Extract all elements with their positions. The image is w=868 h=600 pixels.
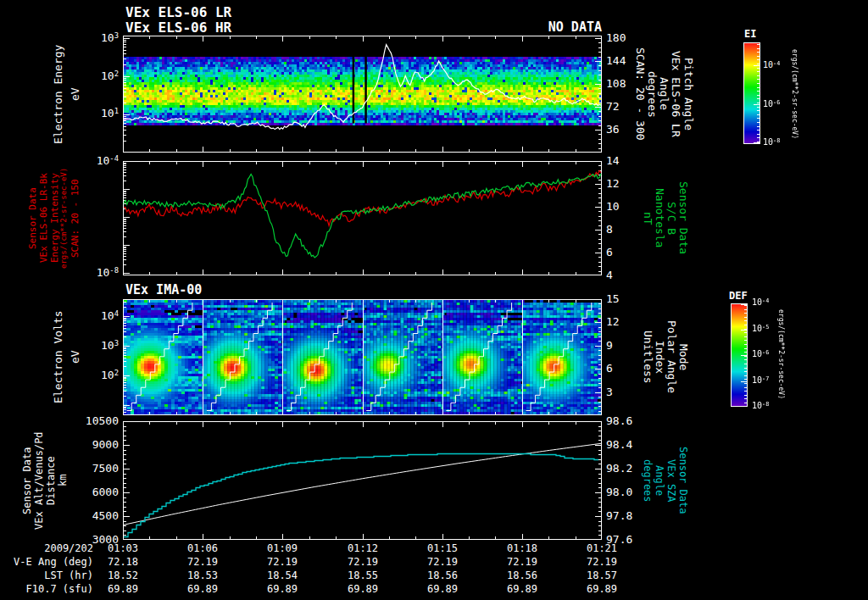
page-title-els-hr: VEx ELS-06 HR (125, 19, 231, 36)
ve_ang-value-2: 72.19 (255, 556, 309, 568)
panel2-right-tick-1: 12 (606, 177, 620, 190)
panel4-left-tick-1: 9000 (73, 438, 119, 451)
colorbar-def-tick-1: 10-5 (752, 324, 769, 335)
axis-label-line: Index (654, 299, 665, 415)
lst-value-3: 18.55 (336, 569, 390, 581)
axis-label-line: ergs/(cm**2-sr-sec-eV) (777, 299, 784, 409)
axis-label-line: km (58, 421, 69, 540)
axis-label-line: degrees (642, 421, 653, 540)
axis-label-line: SCAN: 20 - 300 (634, 36, 646, 153)
panel2-right-tick-4: 6 (606, 246, 613, 258)
times-value-5: 01:18 (495, 542, 549, 554)
panel4-left-tick-2: 7500 (73, 462, 119, 475)
panel3-right-tick-2: 9 (606, 339, 613, 352)
axis-label-line: Electron Volts (53, 299, 64, 415)
ve_ang-value-0: 72.18 (96, 556, 150, 568)
colorbar-ei-gradient (743, 42, 760, 144)
bottom-row-label-0: V-E Ang (deg) (0, 556, 93, 568)
ve_ang-value-1: 72.19 (175, 556, 230, 568)
axis-label-line: Sensor Data (22, 421, 33, 540)
times-value-4: 01:15 (415, 542, 470, 554)
axis-label-line: eV (70, 36, 81, 153)
panel4-right-tick-2: 98.2 (606, 462, 632, 475)
panel4-right-tick-3: 98.0 (606, 486, 632, 498)
times-value-0: 01:03 (96, 542, 150, 554)
axis-label-line: Sensor Data (677, 421, 688, 540)
f107-value-4: 69.89 (415, 583, 470, 595)
axis-label-line: SCAN: 20 - 150 (70, 161, 81, 275)
f107-value-3: 69.89 (336, 583, 390, 595)
panel1-right-tick-0: 180 (606, 31, 626, 44)
panel2-right-tick-5: 4 (606, 269, 613, 281)
panel2-right-tick-2: 10 (606, 200, 620, 213)
panel1-right-tick-2: 108 (606, 77, 626, 90)
times-value-2: 01:09 (255, 542, 309, 554)
axis-label-line: Energy Intensity (50, 161, 60, 275)
axis-label-line: nT (642, 161, 654, 275)
ima-spectrogram-canvas (123, 299, 602, 415)
axis-label-line: Electron Energy (53, 36, 64, 153)
colorbar-def-title: DEF (729, 290, 748, 302)
ve_ang-value-6: 72.19 (575, 556, 629, 568)
intensity-b-line-canvas (123, 161, 602, 275)
axis-label-line: VEx SZA (665, 421, 676, 540)
vex-multi-panel-plot: VEx ELS-06 LR VEx ELS-06 HR NO DATA VEx … (0, 0, 868, 600)
ve_ang-value-5: 72.19 (495, 556, 549, 568)
colorbar-ei-tick-1: 10-6 (763, 99, 780, 110)
axis-label-line: S/C B (665, 161, 677, 275)
panel4-right-tick-4: 97.8 (606, 509, 632, 522)
axis-label-line: Angle (654, 421, 665, 540)
axis-label-line: ergs/(cm**2-sr-sec-eV) (791, 38, 798, 150)
panel2-right-tick-0: 14 (606, 154, 620, 167)
lst-value-4: 18.56 (415, 569, 470, 581)
panel2-right-tick-3: 8 (606, 223, 613, 236)
bottom-row-label-1: LST (hr) (0, 569, 93, 581)
times-value-3: 01:12 (336, 542, 390, 554)
f107-value-1: 69.89 (175, 583, 230, 595)
lst-value-1: 18.53 (175, 569, 230, 581)
lst-value-5: 18.56 (495, 569, 549, 581)
page-title-els-lr: VEx ELS-06 LR (125, 4, 231, 20)
colorbar-ei-title: EI (744, 28, 756, 40)
times-value-6: 01:21 (575, 542, 629, 554)
axis-label-line: Mode (677, 299, 689, 415)
colorbar-def-tick-2: 10-6 (752, 349, 769, 360)
panel4-left-tick-3: 6000 (73, 486, 119, 498)
ve_ang-value-4: 72.19 (415, 556, 470, 568)
panel1-right-tick-4: 36 (606, 123, 620, 136)
colorbar-def-gradient (731, 303, 748, 407)
colorbar-def-tick-0: 10-4 (752, 297, 769, 308)
panel3-right-tick-0: 15 (606, 292, 620, 305)
alt-sza-line-canvas (123, 421, 602, 540)
axis-label-line: Pitch Angle (682, 36, 694, 153)
panel3-right-tick-1: 12 (606, 315, 620, 328)
panel4-right-tick-1: 98.4 (606, 438, 632, 451)
axis-label-line: Sensor Data (28, 161, 38, 275)
date-label: 2009/202 (12, 542, 93, 554)
axis-label-line: eV (70, 299, 81, 415)
lst-value-0: 18.52 (96, 569, 150, 581)
axis-label-line: Nanotesla (654, 161, 665, 275)
colorbar-def-tick-4: 10-8 (752, 401, 769, 412)
els-spectrogram-canvas (123, 36, 602, 153)
axis-label-line: Distance (46, 421, 57, 540)
axis-label-line: Angle (658, 36, 670, 153)
panel4-left-tick-4: 4500 (73, 509, 119, 522)
colorbar-ei-tick-2: 10-8 (763, 137, 780, 148)
axis-label-line: degrees (646, 36, 658, 153)
lst-value-2: 18.54 (255, 569, 309, 581)
f107-value-0: 69.89 (96, 583, 150, 595)
ve_ang-value-3: 72.19 (336, 556, 390, 568)
axis-label-line: VEx Alt/Venus/Pd (34, 421, 45, 540)
colorbar-ei-tick-0: 10-4 (763, 60, 780, 71)
panel1-right-tick-3: 72 (606, 100, 620, 113)
times-value-1: 01:06 (175, 542, 230, 554)
panel1-right-tick-1: 144 (606, 54, 626, 67)
bottom-row-label-2: F10.7 (sfu) (0, 583, 93, 595)
axis-label-line: Sensor Data (677, 161, 689, 275)
f107-value-2: 69.89 (255, 583, 309, 595)
panel4-left-tick-0: 10500 (73, 414, 119, 427)
no-data-label: NO DATA (458, 19, 602, 35)
f107-value-5: 69.89 (495, 583, 549, 595)
axis-label-line: VEx ELS-06 LR (670, 36, 682, 153)
